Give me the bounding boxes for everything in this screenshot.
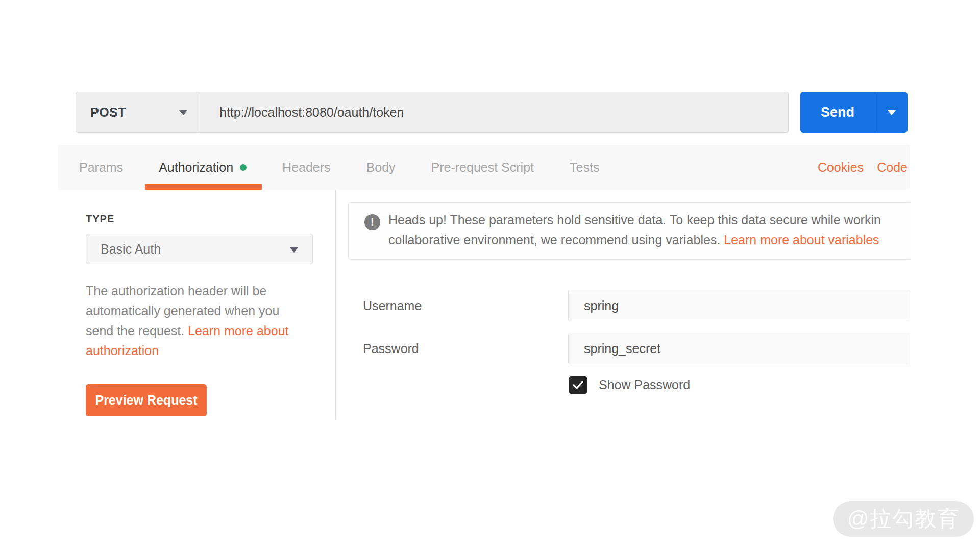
- request-tab-strip: Params Authorization Headers Body Pre-re…: [58, 145, 910, 190]
- auth-type-dropdown[interactable]: Basic Auth: [86, 234, 313, 264]
- tab-headers[interactable]: Headers: [282, 145, 331, 190]
- sensitive-data-warning: ! Heads up! These parameters hold sensit…: [348, 202, 910, 260]
- chevron-down-icon: [179, 110, 187, 115]
- checkmark-icon: [572, 379, 584, 391]
- exclamation-icon: !: [364, 214, 380, 230]
- tab-label: Headers: [282, 160, 331, 175]
- postman-request-screen: POST Send Params Authorization: [0, 0, 980, 551]
- username-label: Username: [363, 290, 422, 321]
- warning-line-2: collaborative environment, we recommend …: [388, 230, 910, 250]
- cookies-link[interactable]: Cookies: [818, 160, 864, 175]
- request-tabs: Params Authorization Headers Body Pre-re…: [58, 145, 599, 190]
- tab-tests[interactable]: Tests: [570, 145, 599, 190]
- auth-type-panel: TYPE Basic Auth The authorization header…: [58, 190, 336, 420]
- tab-label: Params: [79, 160, 123, 175]
- auth-type-value: Basic Auth: [86, 242, 161, 257]
- learn-more-variables-link[interactable]: Learn more about variables: [724, 233, 879, 247]
- tab-pre-request-script[interactable]: Pre-request Script: [431, 145, 534, 190]
- auth-description: The authorization header will be automat…: [86, 281, 302, 361]
- warning-line-2-text: collaborative environment, we recommend …: [388, 233, 724, 247]
- type-label: TYPE: [86, 213, 114, 225]
- request-pane: POST Send Params Authorization: [58, 91, 910, 438]
- password-input[interactable]: [568, 333, 910, 364]
- method-label: POST: [76, 105, 126, 120]
- request-url-row: POST Send: [58, 92, 910, 133]
- username-input[interactable]: [568, 290, 910, 321]
- tab-label: Tests: [570, 160, 599, 175]
- method-dropdown[interactable]: POST: [76, 92, 200, 132]
- chevron-down-icon: [290, 247, 298, 253]
- method-url-group: POST: [76, 92, 789, 133]
- tab-label: Authorization: [159, 160, 233, 175]
- show-password-label[interactable]: Show Password: [599, 376, 690, 394]
- show-password-checkbox[interactable]: [569, 376, 587, 394]
- send-button-group: Send: [800, 92, 908, 133]
- tab-strip-links: Cookies Code: [818, 145, 908, 190]
- url-input[interactable]: [200, 92, 788, 132]
- tab-authorization[interactable]: Authorization: [159, 145, 247, 190]
- authorization-content: TYPE Basic Auth The authorization header…: [58, 190, 910, 438]
- tab-label: Body: [366, 160, 396, 175]
- preview-request-button[interactable]: Preview Request: [86, 384, 207, 416]
- tab-body[interactable]: Body: [366, 145, 396, 190]
- tab-label: Pre-request Script: [431, 160, 534, 175]
- code-link[interactable]: Code: [877, 160, 908, 175]
- password-label: Password: [363, 333, 419, 364]
- warning-text: Heads up! These parameters hold sensitiv…: [388, 210, 910, 250]
- tab-params[interactable]: Params: [79, 145, 123, 190]
- send-options-button[interactable]: [875, 92, 908, 133]
- chevron-down-icon: [887, 110, 896, 115]
- watermark-badge: @拉勾教育: [833, 501, 974, 537]
- warning-line-1: Heads up! These parameters hold sensitiv…: [388, 210, 910, 230]
- green-dot-icon: [240, 164, 247, 171]
- send-button[interactable]: Send: [800, 92, 875, 133]
- exclamation-glyph: !: [371, 216, 374, 229]
